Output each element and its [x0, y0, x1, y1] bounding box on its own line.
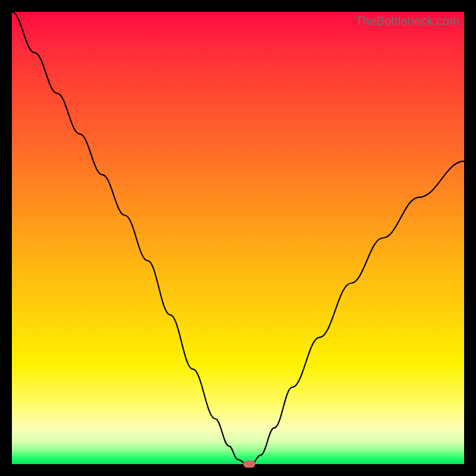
- curve-layer: [12, 12, 464, 464]
- watermark-text: TheBottleneck.com: [355, 14, 459, 28]
- optimal-point-marker: [243, 461, 255, 468]
- plot-area: TheBottleneck.com: [12, 12, 464, 464]
- chart-frame: TheBottleneck.com: [0, 0, 476, 476]
- bottleneck-curve: [12, 12, 464, 464]
